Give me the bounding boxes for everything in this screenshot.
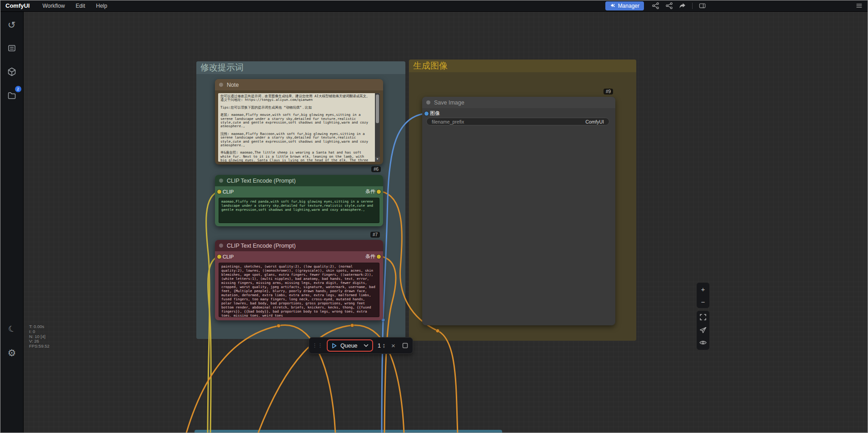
queue-button[interactable]: Queue [327, 339, 373, 352]
queue-label: Queue [340, 343, 358, 349]
conditioning-output-label: 条件 [365, 253, 375, 260]
collapse-dot-icon[interactable] [426, 100, 430, 105]
group-generate-image-title: 生成图像 [413, 60, 448, 72]
theme-toggle-button[interactable]: ☾ [2, 319, 22, 339]
toolbar-divider [692, 3, 693, 9]
clip-input-label: CLIP [223, 254, 234, 259]
clip-input-label: CLIP [223, 189, 234, 194]
stop-icon[interactable] [401, 342, 409, 350]
conditioning-output-dot[interactable] [377, 189, 381, 194]
image-input-dot[interactable] [424, 111, 429, 115]
panel-toggle-icon[interactable] [697, 1, 708, 11]
node-note[interactable]: Note 您可以通过修改正向提示词，改变图像生成结果。建议您使用 AI大模型辅助… [215, 79, 383, 164]
app-logo: ComfyUI [0, 2, 37, 9]
settings-button[interactable]: ⚙ [2, 343, 22, 363]
widget-value: ComfyUI [585, 119, 604, 124]
manager-label: Manager [618, 3, 639, 9]
batch-count-value[interactable]: 1 [378, 343, 381, 349]
node-id-badge: #9 [604, 89, 613, 95]
play-icon [331, 343, 337, 349]
queue-list-icon [7, 43, 17, 53]
widget-label: filename_prefix [432, 119, 464, 124]
menu-workflow[interactable]: Workflow [37, 3, 70, 9]
menu-help[interactable]: Help [90, 3, 113, 9]
node-id-badge: #6 [371, 166, 381, 172]
hamburger-menu-icon[interactable] [853, 1, 864, 11]
view-controls [696, 310, 710, 350]
collapse-dot-icon[interactable] [219, 83, 223, 87]
perf-stats: T: 0.00s I: 0 N: 10 [4] V: 26 FPS:59.52 [29, 324, 50, 349]
moon-icon: ☾ [7, 324, 17, 334]
spinner-down-icon[interactable]: ▾ [383, 346, 385, 348]
negative-prompt-textarea[interactable]: paintings, sketches, (worst quality:2), … [219, 263, 379, 317]
menubar: ComfyUI Workflow Edit Help Manager [0, 0, 868, 12]
sidebar-models-button[interactable] [2, 62, 22, 82]
share-arrow-icon[interactable] [677, 1, 688, 11]
group-edit-prompts-header[interactable]: 修改提示词 [196, 61, 405, 74]
node-note-header[interactable]: Note [215, 79, 383, 90]
node-clip-negative[interactable]: CLIP Text Encode (Prompt) CLIP 条件 painti… [215, 240, 383, 320]
positive-prompt-textarea[interactable]: maomao,Fluffy red panda,with soft fur,bi… [219, 198, 379, 223]
note-scrollbar[interactable]: ▼ [375, 93, 380, 162]
image-input-label: 图像 [430, 110, 440, 117]
drag-handle[interactable]: ⋮⋮ [312, 343, 323, 348]
chevron-down-icon[interactable] [364, 344, 369, 347]
folder-icon [7, 90, 17, 100]
batch-count-spinner[interactable]: 1 ▴ ▾ [377, 343, 385, 349]
group-generate-image-header[interactable]: 生成图像 [409, 60, 636, 72]
filename-prefix-widget[interactable]: filename_prefix ComfyUI [426, 118, 609, 125]
group-bottom-strip[interactable] [195, 430, 502, 433]
note-textarea[interactable]: 您可以通过修改正向提示词，改变图像生成结果。建议您使用 AI大模型辅助将关键词翻… [218, 93, 380, 162]
zoom-in-button[interactable]: + [697, 283, 709, 295]
fit-view-button[interactable] [697, 311, 709, 324]
conditioning-output-dot[interactable] [377, 254, 381, 259]
eye-icon[interactable] [697, 336, 709, 349]
history-icon: ↺ [8, 20, 16, 30]
sidebar-workflows-button[interactable]: 2 [2, 85, 22, 105]
cube-icon [7, 67, 17, 77]
stat-line: FPS:59.52 [29, 344, 50, 349]
node-save-image-title: Save Image [434, 100, 464, 106]
menu-edit[interactable]: Edit [70, 3, 91, 9]
node-clip-positive-header[interactable]: CLIP Text Encode (Prompt) [215, 175, 383, 186]
share-nodes-icon[interactable] [650, 1, 661, 11]
collapse-dot-icon[interactable] [219, 179, 223, 183]
node-note-title: Note [227, 82, 239, 88]
node-clip-positive[interactable]: CLIP Text Encode (Prompt) CLIP 条件 maomao… [215, 175, 383, 226]
zoom-out-button[interactable]: − [697, 295, 709, 308]
node-clip-negative-header[interactable]: CLIP Text Encode (Prompt) [215, 240, 383, 251]
collapse-dot-icon[interactable] [219, 244, 223, 248]
scroll-down-icon[interactable]: ▼ [375, 157, 380, 162]
conditioning-output-label: 条件 [365, 188, 375, 195]
stat-line: I: 0 [29, 329, 50, 334]
group-edit-prompts-title: 修改提示词 [200, 62, 244, 74]
puzzle-icon [610, 3, 615, 9]
node-clip-negative-title: CLIP Text Encode (Prompt) [227, 243, 296, 249]
sidebar-history-button[interactable]: ↺ [2, 15, 22, 35]
node-save-image[interactable]: Save Image 图像 filename_prefix ComfyUI [422, 97, 615, 325]
node-save-image-header[interactable]: Save Image [422, 97, 615, 108]
share-nodes-icon-2[interactable] [663, 1, 674, 11]
paper-plane-icon[interactable] [697, 324, 709, 336]
manager-button[interactable]: Manager [605, 1, 644, 10]
clip-input-dot[interactable] [217, 254, 221, 259]
clear-queue-icon[interactable]: × [389, 342, 397, 350]
node-clip-positive-title: CLIP Text Encode (Prompt) [227, 178, 296, 184]
node-id-badge: #7 [370, 232, 380, 238]
note-scrollbar-thumb[interactable] [376, 95, 379, 123]
workflows-badge: 2 [15, 86, 21, 92]
clip-input-dot[interactable] [217, 189, 221, 194]
sidebar: ↺ 2 ☾ ⚙ [0, 12, 24, 433]
gear-icon: ⚙ [8, 348, 16, 358]
zoom-controls: + − [696, 282, 710, 309]
sidebar-queue-button[interactable] [2, 38, 22, 58]
queue-panel: ⋮⋮ Queue 1 ▴ ▾ × [309, 337, 413, 354]
